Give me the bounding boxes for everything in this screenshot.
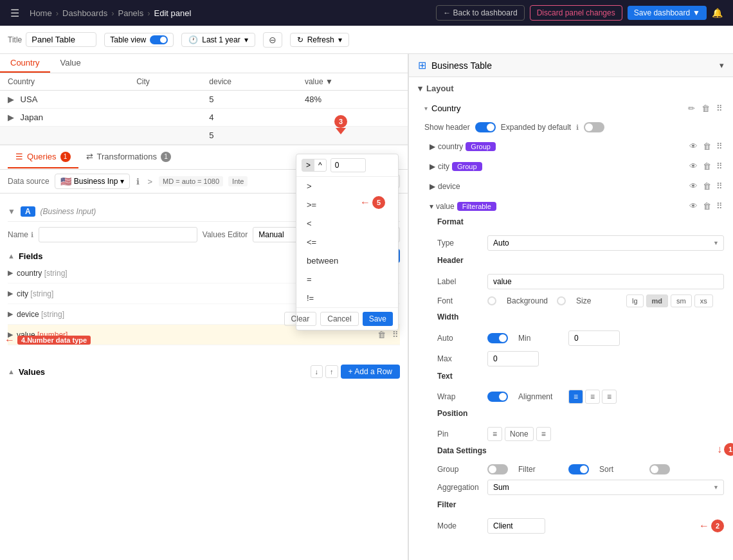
filter-toggle[interactable] <box>568 464 589 474</box>
filter-cancel-btn[interactable]: Cancel <box>320 312 358 326</box>
background-radio[interactable] <box>557 296 566 305</box>
filter-icon[interactable]: ▼ <box>325 77 333 86</box>
group-filter-sort-row: Group Filter Sort <box>437 464 724 474</box>
country-delete-button[interactable]: 🗑 <box>700 102 711 114</box>
col-device-eye[interactable]: 👁 <box>688 180 699 192</box>
save-dashboard-button[interactable]: Save dashboard ▼ <box>628 6 707 20</box>
filter-op-lt[interactable]: < <box>296 214 398 233</box>
zoom-out-button[interactable]: ⊖ <box>263 32 282 48</box>
field-value-expand[interactable]: ▶ <box>8 330 13 339</box>
filter-op-lte[interactable]: <= <box>296 233 398 251</box>
discard-changes-button[interactable]: Discard panel changes <box>530 5 622 21</box>
filter-op-eq[interactable]: = <box>296 270 398 289</box>
col-city-name[interactable]: ▶ city Group <box>430 162 482 171</box>
filter-cancel-button[interactable]: Clear <box>284 312 317 326</box>
sort-toggle[interactable] <box>649 464 670 474</box>
wrap-toggle[interactable] <box>487 392 508 402</box>
col-device-name[interactable]: ▶ device <box>430 182 460 191</box>
right-panel-chevron[interactable]: ▾ <box>719 60 724 70</box>
align-center[interactable]: ≡ <box>585 390 600 404</box>
col-value-eye[interactable]: 👁 <box>688 200 699 212</box>
show-header-toggle[interactable] <box>475 122 496 132</box>
label-input[interactable] <box>487 274 724 289</box>
col-country-delete[interactable]: 🗑 <box>701 140 712 152</box>
view-toggle-switch[interactable] <box>150 35 168 44</box>
table-view-toggle[interactable]: Table view <box>104 33 174 47</box>
op-expand[interactable]: ^ <box>314 159 326 171</box>
max-label: Max <box>437 354 482 363</box>
query-chevron[interactable]: > <box>146 176 154 188</box>
min-input[interactable] <box>568 330 620 346</box>
col-country-eye[interactable]: 👁 <box>688 140 699 152</box>
group-toggle[interactable] <box>487 464 508 474</box>
tab-country[interactable]: Country <box>0 54 50 73</box>
refresh-button[interactable]: ↻ Refresh ▾ <box>290 33 349 47</box>
col-value-name[interactable]: ▾ value Filterable <box>430 202 496 211</box>
name-input[interactable] <box>39 227 197 242</box>
expanded-toggle[interactable] <box>584 122 604 132</box>
filter-value-input[interactable] <box>330 158 366 172</box>
field-city-expand[interactable]: ▶ <box>8 289 13 298</box>
col-city-eye[interactable]: 👁 <box>688 160 699 172</box>
tab-value[interactable]: Value <box>50 54 91 73</box>
info-icon-button[interactable]: ℹ <box>135 176 141 188</box>
time-picker[interactable]: 🕐 Last 1 year ▾ <box>181 33 255 47</box>
filter-op-between[interactable]: between <box>296 251 398 270</box>
back-to-dashboard-button[interactable]: ← Back to dashboard <box>436 5 524 21</box>
col-country-name[interactable]: ▶ country Group <box>430 142 496 151</box>
col-device-delete[interactable]: 🗑 <box>701 180 712 192</box>
size-sm[interactable]: sm <box>671 294 692 307</box>
col-value-delete[interactable]: 🗑 <box>701 200 712 212</box>
menu-icon[interactable]: ☰ <box>10 7 19 19</box>
fields-collapse[interactable]: ▲ <box>8 252 15 260</box>
col-city-delete[interactable]: 🗑 <box>701 160 712 172</box>
field-device-expand[interactable]: ▶ <box>8 310 13 318</box>
size-lg[interactable]: lg <box>626 294 644 307</box>
tab-transformations[interactable]: ⇄ Transformations 1 <box>78 147 179 168</box>
auto-toggle[interactable] <box>487 333 508 343</box>
op-toggle[interactable]: > ^ <box>302 159 327 172</box>
col-country-drag[interactable]: ⠿ <box>715 140 724 152</box>
breadcrumb-panels[interactable]: Panels <box>118 8 143 18</box>
add-row-button[interactable]: + Add a Row <box>341 365 400 379</box>
col-value-drag[interactable]: ⠿ <box>715 200 724 212</box>
query-letter: A <box>21 206 35 217</box>
font-radio[interactable] <box>487 296 496 305</box>
col-device-drag[interactable]: ⠿ <box>715 180 724 192</box>
layout-section[interactable]: ▾ Layout <box>418 84 724 93</box>
values-collapse[interactable]: ▲ <box>8 368 15 375</box>
country-collapse[interactable]: ▾ <box>424 105 428 112</box>
filter-op-gt[interactable]: > <box>296 177 398 195</box>
pin-none[interactable]: None <box>505 427 534 441</box>
expand-japan[interactable]: ▶ <box>8 113 14 122</box>
expand-usa[interactable]: ▶ <box>8 95 14 104</box>
pin-right[interactable]: ≡ <box>536 427 551 441</box>
align-left[interactable]: ≡ <box>568 390 583 404</box>
expanded-info-icon: ℹ <box>576 123 579 132</box>
pin-left[interactable]: ≡ <box>487 427 502 441</box>
alert-icon[interactable]: 🔔 <box>712 8 723 18</box>
filter-op-neq[interactable]: != <box>296 289 398 307</box>
size-xs[interactable]: xs <box>694 294 713 307</box>
datasource-select[interactable]: 🇺🇸 Business Inp ▾ <box>55 174 131 189</box>
values-sort-up[interactable]: ↑ <box>325 365 338 378</box>
panel-title-input[interactable] <box>26 32 96 47</box>
query-collapse[interactable]: ▼ <box>8 207 15 216</box>
max-input[interactable] <box>487 351 539 366</box>
col-city-drag[interactable]: ⠿ <box>715 160 724 172</box>
tab-queries[interactable]: ☰ Queries 1 <box>8 147 78 168</box>
breadcrumb-home[interactable]: Home <box>30 8 52 18</box>
breadcrumb-dashboards[interactable]: Dashboards <box>62 8 107 18</box>
mode-select[interactable]: Client <box>487 518 545 534</box>
filter-save-button[interactable]: Save <box>363 312 393 326</box>
values-sort-down[interactable]: ↓ <box>311 365 323 378</box>
aggregation-select[interactable]: Sum <box>487 480 724 495</box>
country-edit-button[interactable]: ✏ <box>687 102 696 114</box>
op-greater[interactable]: > <box>302 159 314 171</box>
type-select[interactable]: Auto <box>487 235 724 251</box>
field-country-expand[interactable]: ▶ <box>8 269 13 277</box>
country-drag-button[interactable]: ⠿ <box>715 102 724 114</box>
align-right[interactable]: ≡ <box>602 390 617 404</box>
filter-op-gte[interactable]: >= <box>296 195 398 214</box>
size-md[interactable]: md <box>646 294 669 307</box>
